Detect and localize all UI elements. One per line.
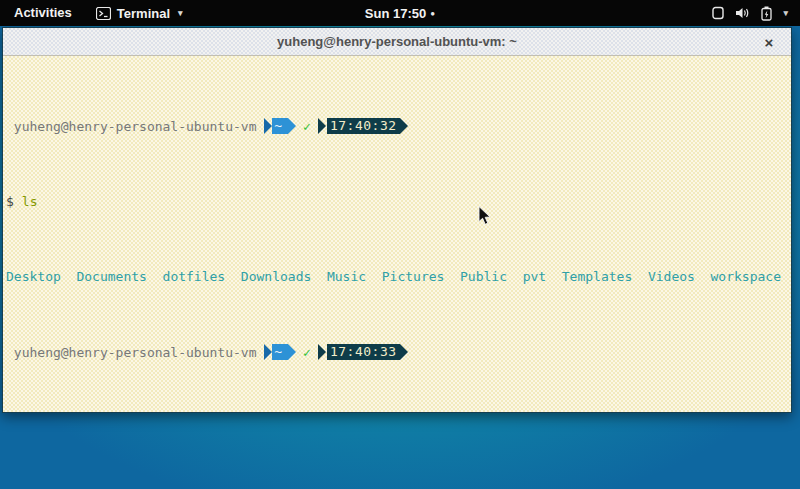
powerline-arrow-icon (400, 344, 408, 360)
directory-name: Music (327, 269, 366, 284)
chevron-down-icon: ▾ (178, 8, 183, 18)
command-line: $ls (6, 194, 788, 209)
prompt-cwd: ~ (272, 118, 288, 134)
display-icon (712, 6, 724, 20)
powerline-separator-icon (318, 118, 326, 134)
window-titlebar[interactable]: yuheng@henry-personal-ubuntu-vm: ~ × (3, 28, 791, 56)
directory-name: pvt (523, 269, 546, 284)
close-icon[interactable]: × (757, 28, 781, 56)
directory-name: Pictures (382, 269, 445, 284)
window-title: yuheng@henry-personal-ubuntu-vm: ~ (277, 34, 517, 49)
terminal-icon (96, 7, 111, 20)
prompt-path-segment: ~ (264, 118, 296, 134)
notification-dot: ● (430, 9, 435, 18)
directory-name: Desktop (6, 269, 61, 284)
app-menu-label: Terminal (117, 6, 170, 21)
directory-name: Documents (76, 269, 146, 284)
directory-name: workspace (711, 269, 781, 284)
prompt-time-segment: 17:40:32 (318, 118, 408, 134)
exit-status-check-icon: ✓ (303, 119, 311, 134)
directory-name: Videos (648, 269, 695, 284)
prompt-time-segment: 17:40:33 (318, 344, 408, 360)
powerline-arrow-icon (288, 344, 296, 360)
prompt-line: yuheng@henry-personal-ubuntu-vm ~ ✓ 17:4… (6, 344, 788, 360)
mouse-cursor-icon (478, 206, 492, 230)
activities-button[interactable]: Activities (0, 0, 86, 26)
clock-label: Sun 17:50 (365, 6, 426, 21)
directory-name: Templates (562, 269, 632, 284)
volume-icon (735, 6, 750, 20)
directory-name: Public (460, 269, 507, 284)
caret-down-icon: ▾ (783, 8, 788, 18)
prompt-user-host: yuheng@henry-personal-ubuntu-vm (6, 345, 264, 360)
powerline-separator-icon (264, 344, 272, 360)
powerline-separator-icon (318, 344, 326, 360)
typed-command: ls (22, 194, 38, 209)
exit-status-check-icon: ✓ (303, 345, 311, 360)
prompt-timestamp: 17:40:32 (327, 118, 400, 134)
ls-output: Desktop Documents dotfiles Downloads Mus… (6, 269, 788, 284)
prompt-path-segment: ~ (264, 344, 296, 360)
system-menu[interactable]: ▾ (706, 0, 794, 26)
directory-name: Downloads (241, 269, 311, 284)
prompt-timestamp: 17:40:33 (327, 344, 400, 360)
powerline-arrow-icon (400, 118, 408, 134)
prompt-cwd: ~ (272, 344, 288, 360)
directory-name: dotfiles (163, 269, 226, 284)
prompt-line: yuheng@henry-personal-ubuntu-vm ~ ✓ 17:4… (6, 118, 788, 134)
terminal-window: yuheng@henry-personal-ubuntu-vm: ~ × yuh… (2, 27, 792, 413)
prompt-user-host: yuheng@henry-personal-ubuntu-vm (6, 119, 264, 134)
app-menu-terminal[interactable]: Terminal ▾ (86, 0, 193, 26)
powerline-arrow-icon (288, 118, 296, 134)
powerline-separator-icon (264, 118, 272, 134)
prompt-char: $ (6, 194, 14, 209)
battery-charging-icon (761, 6, 772, 21)
top-bar: Activities Terminal ▾ Sun 17:50 ● (0, 0, 800, 26)
terminal-screen[interactable]: yuheng@henry-personal-ubuntu-vm ~ ✓ 17:4… (3, 56, 791, 412)
